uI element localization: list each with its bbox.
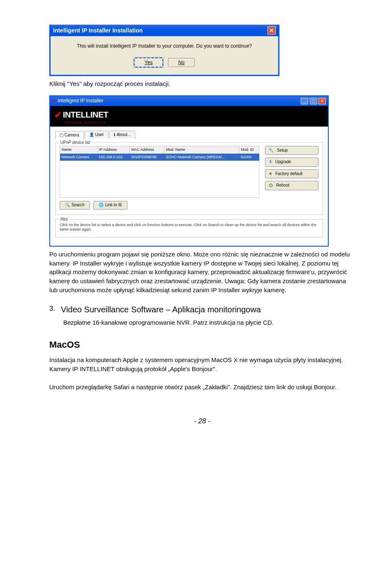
camera-icon: ▢ [60,132,63,139]
factory-icon: ✳ [269,171,272,177]
app-titlebar: ✔ Intelligent IP Installer _ ▢ ✕ [50,96,328,106]
link-to-ie-button[interactable]: 🌐Link to IE [93,201,128,210]
section-title: Video Surveillance Software – Aplikacja … [61,304,261,316]
brand-text: INTELLINET [63,109,108,121]
col-model: Mod. Name [164,146,239,153]
col-name: Name [60,146,97,153]
page-number: - 28 - [49,416,355,427]
tab-user[interactable]: 👤User [85,131,108,139]
yes-button[interactable]: Yes [134,58,164,67]
macos-paragraph-2: Uruchom przeglądarkę Safari a następnie … [49,383,355,392]
col-modid: Mod. ID [239,146,259,153]
hint-text: Click on the device list to select a dev… [60,223,318,232]
section-subtitle: Bezpłatne 16-kanałowe oprogramowanie NVR… [63,318,355,327]
user-icon: 👤 [89,132,94,138]
dialog-titlebar: Intelligent IP Installer Installation ✕ [51,25,278,36]
col-mac: MAC Address [129,146,164,153]
wrench-icon: 🔧 [269,148,274,154]
power-icon: ⏻ [269,182,273,189]
close-icon[interactable]: ✕ [318,98,326,104]
body-paragraph: Po uruchomieniu program pojawi się poniż… [49,250,355,295]
reboot-button[interactable]: ⏻Reboot [265,181,318,190]
minimize-icon[interactable]: _ [301,98,308,104]
dialog-message: This will install Intelligent IP Install… [59,43,270,50]
brand-check-icon: ✔ [54,109,62,122]
fieldset-label: UPnP device list [59,140,92,146]
brand-bar: ✔ INTELLINET NETWORK SOLUTIONS [50,106,328,127]
section-number: 3. [49,304,55,316]
installer-confirm-dialog: Intelligent IP Installer Installation ✕ … [49,25,279,76]
hint-group: Hint Click on the device list to select … [55,219,323,238]
info-icon: ℹ [114,132,115,138]
col-ip: IP Address [97,146,129,153]
setup-button[interactable]: 🔧Setup [265,146,318,155]
dialog-title: Intelligent IP Installer Installation [53,26,143,35]
hint-label: Hint [59,217,69,223]
ie-icon: 🌐 [99,202,104,208]
caption-yes: Kliknij "Yes" aby rozpocząć proces insta… [49,79,355,88]
ip-installer-window: ✔ Intelligent IP Installer _ ▢ ✕ ✔ INTEL… [49,95,329,246]
maximize-icon[interactable]: ▢ [310,98,317,104]
macos-heading: MacOS [49,338,355,351]
brand-subtitle: NETWORK SOLUTIONS [65,121,324,125]
search-button[interactable]: 🔍Search [60,201,90,210]
close-icon[interactable]: ✕ [267,26,276,35]
no-button[interactable]: No [168,58,195,67]
macos-paragraph-1: Instalacja na komputerach Apple z system… [49,356,355,374]
tab-about[interactable]: ℹAbout... [109,131,135,139]
factory-default-button[interactable]: ✳Factory default [265,169,318,179]
upgrade-button[interactable]: ⬆Upgrade [265,157,318,167]
upgrade-icon: ⬆ [269,159,272,165]
app-title-text: Intelligent IP Installer [58,98,103,104]
device-table[interactable]: Name IP Address MAC Address Mod. Name Mo… [60,146,259,161]
tab-camera[interactable]: ▢Camera [55,131,84,139]
table-row[interactable]: Network Camera 192.168.0.102 0018FE006F8… [60,153,259,161]
search-icon: 🔍 [65,202,70,208]
upnp-device-list-group: UPnP device list Name IP Address MAC Add… [55,142,323,215]
